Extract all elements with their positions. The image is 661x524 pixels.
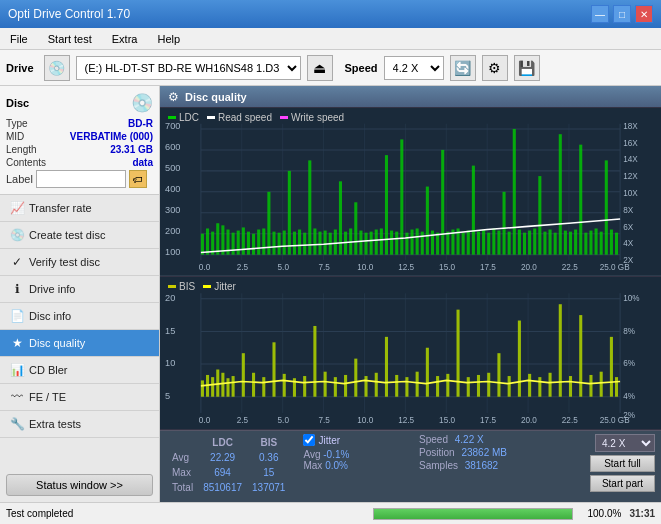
svg-text:100: 100	[165, 247, 180, 257]
svg-rect-161	[344, 375, 347, 397]
stats-bar: LDC BIS Avg 22.29 0.36 Max 694 15 Tota	[160, 430, 661, 502]
nav-disc-info[interactable]: 📄 Disc info	[0, 303, 159, 330]
speed-row: Speed 4.22 X	[419, 434, 543, 445]
svg-rect-184	[579, 315, 582, 397]
menu-start-test[interactable]: Start test	[42, 31, 98, 47]
nav-verify-test-disc[interactable]: ✓ Verify test disc	[0, 249, 159, 276]
svg-rect-32	[267, 192, 270, 255]
svg-text:20.0: 20.0	[521, 263, 537, 272]
svg-text:15: 15	[165, 324, 175, 335]
max-label: Max	[168, 466, 197, 479]
menu-bar: File Start test Extra Help	[0, 28, 661, 50]
svg-rect-90	[564, 231, 567, 255]
jitter-checkbox[interactable]	[303, 434, 315, 446]
speed-select[interactable]: 4.2 X	[384, 56, 444, 80]
svg-text:500: 500	[165, 163, 180, 173]
svg-text:10.0: 10.0	[357, 414, 373, 424]
disc-contents-row: Contents data	[6, 157, 153, 168]
nav-fe-te[interactable]: 〰 FE / TE	[0, 384, 159, 411]
svg-text:400: 400	[165, 184, 180, 194]
save-button[interactable]: 💾	[514, 55, 540, 81]
start-part-button[interactable]: Start part	[590, 475, 655, 492]
avg-ldc: 22.29	[199, 451, 246, 464]
speed-stats-inner: Speed 4.22 X Position 23862 MB Samples 3…	[419, 434, 543, 471]
disc-label-input[interactable]	[36, 170, 126, 188]
svg-rect-158	[313, 326, 316, 397]
progress-bar-container	[373, 508, 573, 520]
svg-rect-86	[543, 232, 546, 255]
start-full-button[interactable]: Start full	[590, 455, 655, 472]
svg-rect-148	[221, 372, 224, 396]
menu-help[interactable]: Help	[151, 31, 186, 47]
app-title: Opti Drive Control 1.70	[8, 7, 130, 21]
nav-disc-quality[interactable]: ★ Disc quality	[0, 330, 159, 357]
speed-select-stats[interactable]: 4.2 X	[595, 434, 655, 452]
svg-rect-128	[160, 277, 661, 429]
svg-text:5.0: 5.0	[278, 414, 290, 424]
avg-bis: 0.36	[248, 451, 289, 464]
close-button[interactable]: ✕	[635, 5, 653, 23]
status-window-button[interactable]: Status window >>	[6, 474, 153, 496]
jitter-legend-item: Jitter	[203, 281, 236, 292]
svg-rect-91	[569, 232, 572, 255]
svg-text:5.0: 5.0	[278, 263, 290, 272]
svg-text:17.5: 17.5	[480, 263, 496, 272]
stats-table: LDC BIS Avg 22.29 0.36 Max 694 15 Tota	[166, 434, 291, 496]
samples-stat-label: Samples	[419, 460, 458, 471]
options-button[interactable]: ⚙	[482, 55, 508, 81]
nav-drive-info[interactable]: ℹ Drive info	[0, 276, 159, 303]
svg-rect-157	[303, 376, 306, 397]
disc-length-key: Length	[6, 144, 37, 155]
maximize-button[interactable]: □	[613, 5, 631, 23]
create-test-disc-icon: 💿	[10, 228, 24, 242]
svg-rect-72	[472, 166, 475, 255]
svg-rect-71	[467, 231, 470, 255]
svg-text:14X: 14X	[623, 155, 638, 164]
bis-chart-container: BIS Jitter	[160, 277, 661, 430]
minimize-button[interactable]: —	[591, 5, 609, 23]
svg-rect-19	[201, 234, 204, 255]
svg-text:12X: 12X	[623, 172, 638, 181]
refresh-button[interactable]: 🔄	[450, 55, 476, 81]
nav-extra-tests[interactable]: 🔧 Extra tests	[0, 411, 159, 438]
svg-text:16X: 16X	[623, 139, 638, 148]
svg-text:4%: 4%	[623, 390, 635, 400]
menu-extra[interactable]: Extra	[106, 31, 144, 47]
ldc-chart-svg: 700 600 500 400 300 200 100 18X 16X 14X …	[160, 108, 661, 276]
svg-rect-94	[584, 233, 587, 255]
svg-text:0.0: 0.0	[199, 263, 211, 272]
nav-create-test-disc[interactable]: 💿 Create test disc	[0, 222, 159, 249]
disc-contents-val: data	[132, 157, 153, 168]
svg-rect-54	[380, 228, 383, 254]
svg-text:10.0: 10.0	[357, 263, 373, 272]
samples-stat-value: 381682	[465, 460, 498, 471]
jitter-avg-label: Avg	[303, 449, 320, 460]
svg-text:15.0: 15.0	[439, 263, 455, 272]
svg-rect-81	[518, 230, 521, 255]
menu-file[interactable]: File	[4, 31, 34, 47]
svg-rect-177	[508, 376, 511, 397]
svg-text:10%: 10%	[623, 292, 640, 302]
svg-rect-100	[615, 233, 618, 255]
drive-icon-button[interactable]: 💿	[44, 55, 70, 81]
eject-button[interactable]: ⏏	[307, 55, 333, 81]
svg-rect-181	[549, 372, 552, 396]
nav-transfer-rate[interactable]: 📈 Transfer rate	[0, 195, 159, 222]
svg-rect-22	[216, 223, 219, 254]
bis-header: BIS	[248, 436, 289, 449]
nav-cd-bler[interactable]: 📊 CD Bler	[0, 357, 159, 384]
disc-info-icon: 📄	[10, 309, 24, 323]
drive-select[interactable]: (E:) HL-DT-ST BD-RE WH16NS48 1.D3	[76, 56, 301, 80]
ldc-header: LDC	[199, 436, 246, 449]
svg-rect-39	[303, 233, 306, 255]
svg-text:7.5: 7.5	[318, 263, 330, 272]
svg-text:22.5: 22.5	[562, 414, 578, 424]
status-time: 31:31	[629, 508, 655, 519]
main-content: Disc 💿 Type BD-R MID VERBATIMe (000) Len…	[0, 86, 661, 502]
disc-label-button[interactable]: 🏷	[129, 170, 147, 188]
disc-label-key: Label	[6, 173, 33, 185]
jitter-values: Avg -0.1% Max 0.0%	[303, 449, 407, 471]
nav-disc-info-label: Disc info	[29, 310, 71, 322]
transfer-rate-icon: 📈	[10, 201, 24, 215]
svg-text:17.5: 17.5	[480, 414, 496, 424]
